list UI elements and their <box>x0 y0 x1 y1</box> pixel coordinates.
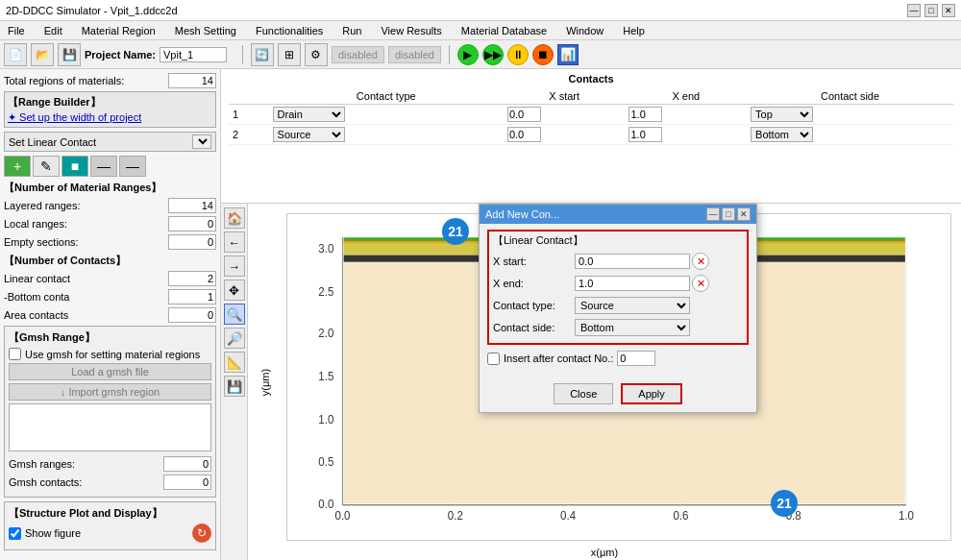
menu-window[interactable]: Window <box>562 25 607 37</box>
local-ranges-input[interactable] <box>168 216 216 231</box>
add-new-contact-dialog: Add New Con... — □ ✕ 【Linear Contact】 X … <box>479 204 757 413</box>
row2-side: Top Bottom <box>747 125 953 145</box>
save-button[interactable]: 💾 <box>58 43 81 66</box>
remove2-icon-button[interactable]: — <box>119 156 146 177</box>
import-gmsh-btn[interactable]: ↓ Import gmsh region <box>9 383 211 401</box>
menu-help[interactable]: Help <box>619 25 649 37</box>
plot-toolbar: 🏠 ← → ✥ 🔍 🔎 📐 💾 <box>221 204 248 560</box>
right-panel: Contacts Contact type X start X end Cont… <box>221 69 961 560</box>
pan-tool-btn[interactable]: ✥ <box>224 280 245 301</box>
menu-material-database[interactable]: Material Database <box>457 25 551 37</box>
contact-type-label: Contact type: <box>493 300 575 311</box>
x-start-input[interactable] <box>575 254 690 269</box>
set-width-link[interactable]: ✦ Set up the width of project <box>8 111 141 123</box>
col-header-xstart: X start <box>504 88 626 105</box>
menu-material-region[interactable]: Material Region <box>78 25 160 37</box>
contact-side-row: Contact side: Top Bottom Left Right <box>493 319 743 336</box>
y-axis-label: y(μm) <box>259 368 271 395</box>
refresh-button[interactable]: 🔄 <box>251 43 274 66</box>
grid-button[interactable]: ⊞ <box>278 43 301 66</box>
row1-xstart-input[interactable] <box>507 107 541 122</box>
play-button-3[interactable]: ⏸ <box>507 44 529 65</box>
left-panel: Total regions of materials: 【Range Build… <box>0 69 221 560</box>
menu-edit[interactable]: Edit <box>40 25 66 37</box>
close-button[interactable]: Close <box>554 383 613 404</box>
menu-functionalities[interactable]: Functionalities <box>252 25 327 37</box>
insert-after-row: Insert after contact No.: <box>487 351 749 366</box>
area-contacts-input[interactable] <box>168 307 216 323</box>
empty-sections-input[interactable] <box>168 234 216 250</box>
minimize-button[interactable]: — <box>907 4 921 17</box>
stop-button[interactable]: ⏹ <box>532 44 554 65</box>
load-gmsh-btn[interactable]: Load a gmsh file <box>9 363 211 380</box>
dialog-linear-contact-section: 【Linear Contact】 X start: ✕ X end: ✕ <box>487 230 749 345</box>
edit-icon-button[interactable]: ✎ <box>33 156 60 177</box>
new-button[interactable]: 📄 <box>4 43 27 66</box>
refresh-circle-icon[interactable]: ↻ <box>192 523 211 543</box>
row1-side-select[interactable]: Top Bottom <box>751 107 813 122</box>
dialog-minimize-btn[interactable]: — <box>706 207 720 221</box>
contact-type-select[interactable]: Drain Source Gate Bulk <box>575 297 690 314</box>
local-ranges-label: Local ranges: <box>4 218 168 230</box>
total-regions-input[interactable] <box>168 73 216 88</box>
row2-xend <box>625 125 747 145</box>
row2-side-select[interactable]: Top Bottom <box>751 127 813 142</box>
zoom-out-tool-btn[interactable]: 🔎 <box>224 328 245 349</box>
show-figure-row: Show figure ↻ <box>9 523 211 543</box>
save-plot-tool-btn[interactable]: 💾 <box>224 376 245 397</box>
open-button[interactable]: 📂 <box>31 43 54 66</box>
row1-xend-input[interactable] <box>628 107 662 122</box>
forward-tool-btn[interactable]: → <box>224 256 245 277</box>
menu-view-results[interactable]: View Results <box>377 25 445 37</box>
contacts-title: Contacts <box>229 73 953 85</box>
use-gmsh-checkbox[interactable] <box>9 348 21 360</box>
svg-text:1.5: 1.5 <box>318 370 333 383</box>
icon-buttons: + ✎ ■ — — <box>4 156 216 177</box>
dialog-maximize-btn[interactable]: □ <box>722 207 735 221</box>
set-linear-contact-select[interactable]: ▼ <box>192 134 211 149</box>
apply-button[interactable]: Apply <box>621 383 682 404</box>
maximize-button[interactable]: □ <box>924 4 938 17</box>
zoom-tool-btn[interactable]: 🔍 <box>224 304 245 325</box>
table-row: 2 Drain Source Top Bottom <box>229 125 953 145</box>
x-end-clear-btn[interactable]: ✕ <box>692 275 709 292</box>
row1-type: Drain Source <box>269 105 504 125</box>
gmsh-text-area[interactable] <box>9 403 211 451</box>
project-name-input[interactable] <box>160 47 227 62</box>
linear-contact-input[interactable] <box>168 271 216 286</box>
x-start-clear-btn[interactable]: ✕ <box>692 253 709 270</box>
close-button[interactable]: ✕ <box>942 4 955 17</box>
linear-contact-row: Linear contact <box>4 271 216 286</box>
menu-run[interactable]: Run <box>338 25 365 37</box>
fill-icon-button[interactable]: ■ <box>62 156 88 177</box>
row2-type-select[interactable]: Drain Source <box>273 127 345 142</box>
gmsh-contacts-input[interactable] <box>163 475 211 490</box>
disabled-button-2: disabled <box>388 46 441 63</box>
insert-after-checkbox[interactable] <box>487 353 500 365</box>
layered-ranges-input[interactable] <box>168 198 216 213</box>
dialog-close-btn[interactable]: ✕ <box>737 207 751 221</box>
add-icon-button[interactable]: + <box>4 156 31 177</box>
row2-xend-input[interactable] <box>628 127 662 142</box>
gmsh-ranges-input[interactable] <box>163 456 211 472</box>
x-end-input[interactable] <box>575 276 690 291</box>
contact-side-select[interactable]: Top Bottom Left Right <box>575 319 690 336</box>
play-button-1[interactable]: ▶ <box>457 44 479 65</box>
menu-mesh-setting[interactable]: Mesh Setting <box>171 25 240 37</box>
local-ranges-row: Local ranges: <box>4 216 216 231</box>
chart-icon[interactable]: 📊 <box>557 44 579 65</box>
back-tool-btn[interactable]: ← <box>224 231 245 253</box>
settings-button[interactable]: ⚙ <box>305 43 328 66</box>
configure-tool-btn[interactable]: 📐 <box>224 352 245 373</box>
contacts-area: Contacts Contact type X start X end Cont… <box>221 69 961 204</box>
row1-type-select[interactable]: Drain Source <box>273 107 345 122</box>
remove-icon-button[interactable]: — <box>90 156 117 177</box>
row2-xstart-input[interactable] <box>507 127 541 142</box>
show-figure-checkbox[interactable] <box>9 527 21 540</box>
home-tool-btn[interactable]: 🏠 <box>224 207 245 229</box>
insert-after-number[interactable] <box>617 351 655 366</box>
play-button-2[interactable]: ▶▶ <box>482 44 504 65</box>
svg-text:2.5: 2.5 <box>318 284 333 298</box>
bottom-conta-input[interactable] <box>168 289 216 304</box>
menu-file[interactable]: File <box>4 25 29 37</box>
